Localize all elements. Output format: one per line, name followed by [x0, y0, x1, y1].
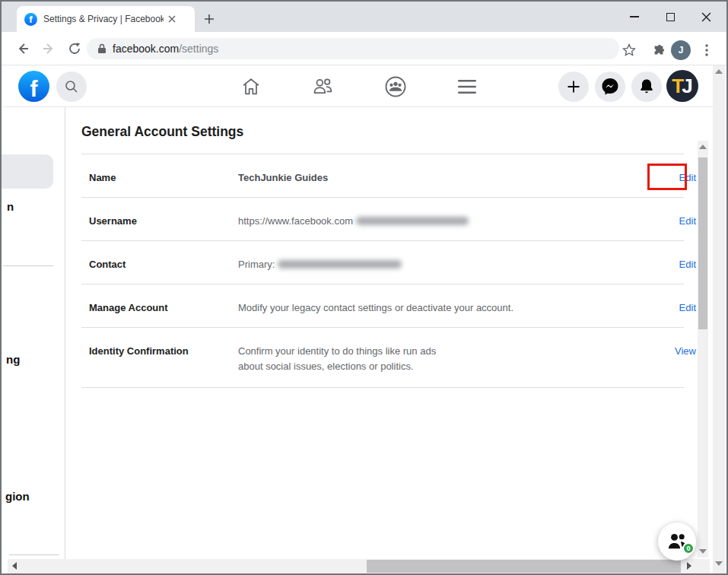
scroll-down-icon[interactable]	[715, 561, 723, 566]
horizontal-scrollbar[interactable]	[8, 559, 710, 573]
redacted-text	[278, 260, 402, 268]
home-tab[interactable]	[239, 75, 263, 99]
search-icon	[65, 80, 78, 94]
settings-content: General Account Settings Name TechJunkie…	[66, 107, 698, 559]
tab-close-icon[interactable]	[165, 13, 178, 26]
edit-manage-account-link[interactable]: Edit	[650, 302, 696, 313]
facebook-header: f	[3, 65, 713, 107]
row-value: Confirm your identity to do things like …	[238, 345, 436, 357]
messenger-button[interactable]	[595, 71, 625, 102]
edit-username-link[interactable]: Edit	[650, 215, 696, 227]
window-titlebar: f Settings & Privacy | Facebook	[2, 2, 726, 32]
bookmark-star-icon[interactable]	[620, 41, 638, 59]
url-domain: facebook.com	[113, 43, 179, 55]
back-button[interactable]	[14, 40, 32, 58]
sidebar-item-fragment[interactable]: gion	[5, 490, 30, 503]
annotation-highlight-box	[647, 164, 687, 190]
row-value: about social issues, elections or politi…	[238, 361, 414, 372]
row-value: https://www.facebook.com	[238, 215, 469, 227]
address-bar[interactable]: facebook.com/settings	[87, 38, 619, 59]
row-label: Username	[89, 215, 137, 227]
sidebar-divider	[3, 265, 53, 266]
window-vertical-scrollbar[interactable]	[713, 65, 725, 573]
new-tab-button[interactable]	[201, 11, 218, 27]
search-button[interactable]	[56, 71, 87, 102]
tab-title: Settings & Privacy | Facebook	[43, 14, 164, 24]
row-value: Primary:	[238, 259, 402, 270]
lock-icon[interactable]	[97, 43, 106, 54]
settings-sidebar: n ng gion	[3, 107, 65, 559]
forward-button[interactable]	[40, 40, 58, 58]
friends-tab[interactable]	[311, 75, 335, 99]
profile-avatar[interactable]: TJ	[666, 70, 698, 102]
notifications-button[interactable]	[631, 71, 662, 102]
row-value: Modify your legacy contact settings or d…	[238, 302, 513, 313]
edit-contact-link[interactable]: Edit	[650, 259, 696, 270]
browser-window: f Settings & Privacy | Facebook	[0, 0, 728, 575]
content-vertical-scrollbar[interactable]	[698, 141, 708, 558]
close-window-button[interactable]	[695, 8, 717, 26]
row-label: Contact	[89, 259, 126, 270]
facebook-favicon-icon: f	[24, 13, 37, 26]
sidebar-selected-item[interactable]	[0, 154, 53, 189]
url-path: /settings	[179, 43, 218, 55]
plus-icon	[567, 80, 580, 94]
row-label: Identity Confirmation	[89, 345, 189, 357]
row-label: Manage Account	[89, 302, 168, 313]
menu-tab[interactable]	[455, 75, 479, 99]
bell-icon	[637, 78, 656, 96]
redacted-text	[356, 217, 469, 225]
minimize-button[interactable]	[623, 8, 646, 26]
hamburger-menu-icon	[457, 78, 477, 95]
scrollbar-thumb[interactable]	[367, 560, 681, 573]
friends-icon	[312, 76, 335, 97]
scroll-down-icon[interactable]	[699, 549, 707, 554]
create-button[interactable]	[558, 71, 589, 102]
notification-count-badge: 0	[682, 542, 695, 554]
messenger-icon	[600, 77, 620, 97]
home-icon	[240, 76, 262, 97]
sidebar-item-fragment[interactable]: n	[7, 200, 14, 213]
row-label: Name	[89, 172, 116, 183]
scroll-right-icon[interactable]	[687, 562, 691, 570]
browser-profile-avatar[interactable]: J	[671, 40, 691, 60]
groups-icon	[384, 75, 407, 98]
url-text: facebook.com/settings	[113, 43, 218, 55]
reload-button[interactable]	[65, 40, 84, 58]
sidebar-divider	[9, 554, 59, 555]
groups-tab[interactable]	[383, 75, 408, 99]
maximize-button[interactable]	[659, 8, 682, 26]
view-identity-link[interactable]: View	[650, 345, 696, 357]
sidebar-item-fragment[interactable]: ng	[6, 353, 20, 366]
extensions-puzzle-icon[interactable]	[650, 41, 668, 59]
friend-requests-floating-button[interactable]: 0	[658, 523, 696, 561]
scroll-left-icon[interactable]	[12, 562, 17, 570]
row-value: TechJunkie Guides	[238, 172, 328, 183]
browser-tab[interactable]: f Settings & Privacy | Facebook	[17, 6, 195, 32]
scroll-up-icon[interactable]	[715, 69, 723, 74]
facebook-logo[interactable]: f	[18, 71, 49, 102]
page-title: General Account Settings	[81, 124, 243, 140]
scroll-up-icon[interactable]	[699, 145, 707, 149]
browser-menu-icon[interactable]	[698, 41, 716, 59]
scrollbar-thumb[interactable]	[698, 157, 707, 329]
